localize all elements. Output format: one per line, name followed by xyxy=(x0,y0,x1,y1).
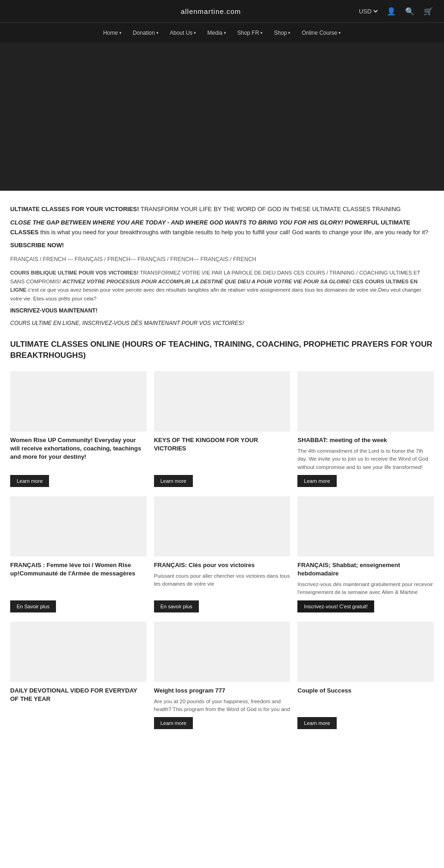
intro-subscribe: SUBSCRIBE NOW! xyxy=(10,241,434,250)
cards-row-1: Women Rise UP Community! Everyday your w… xyxy=(10,371,434,487)
card-image-9 xyxy=(297,622,434,682)
intro-cours-ultime: COURS ULTIME EN LIGNE, INSCRIVEZ-VOUS DÈ… xyxy=(10,319,434,328)
savoir-plus-button-1[interactable]: En Savoir plus xyxy=(10,600,56,612)
chevron-down-icon: ▾ xyxy=(339,31,341,35)
card-image-1 xyxy=(10,371,147,431)
card-femme-leve-toi: FRANÇAIS : Femme lève toi / Women Rise u… xyxy=(10,496,147,612)
card-daily-devotional: DAILY DEVOTIONAL VIDEO FOR EVERYDAY OF T… xyxy=(10,622,147,730)
card-image-5 xyxy=(154,496,290,556)
card-image-6 xyxy=(297,496,434,556)
card-title-3: SHABBAT: meeting of the week xyxy=(297,436,434,444)
card-image-7 xyxy=(10,622,147,682)
intro-fr-bold: ACTIVEZ VOTRE PROCESSUS POUR ACCOMPLIR L… xyxy=(62,279,351,284)
card-image-2 xyxy=(154,371,290,431)
currency-select[interactable]: USD xyxy=(357,7,379,15)
main-nav: Home ▾ Donation ▾ About Us ▾ Media ▾ Sho… xyxy=(0,22,444,43)
card-desc-6: Inscrivez-vous dès maintenant gratuiteme… xyxy=(297,581,434,597)
nav-shop[interactable]: Shop ▾ xyxy=(269,26,295,40)
chevron-down-icon: ▾ xyxy=(224,31,226,35)
learn-more-button-9[interactable]: Learn more xyxy=(297,717,336,729)
cards-row-2: FRANÇAIS : Femme lève toi / Women Rise u… xyxy=(10,496,434,612)
card-keys-kingdom: KEYS OF THE KINGDOM FOR YOUR VICTORIES L… xyxy=(154,371,290,487)
card-couple-success: Couple of Success Learn more xyxy=(297,622,434,730)
intro-block: ULTIMATE CLASSES FOR YOUR VICTORIES! TRA… xyxy=(10,205,434,328)
nav-shop-fr[interactable]: Shop FR ▾ xyxy=(233,26,267,40)
card-desc-5: Puissant cours pour aller chercher vos v… xyxy=(154,572,290,597)
card-title-2: KEYS OF THE KINGDOM FOR YOUR VICTORIES xyxy=(154,436,290,453)
intro-inscrivez: INSCRIVEZ-VOUS MAINTENANT! xyxy=(10,306,434,315)
inscrivez-button[interactable]: Inscrivez-vous! C'est gratuit! xyxy=(297,600,374,612)
learn-more-button-2[interactable]: Learn more xyxy=(154,475,193,487)
nav-home[interactable]: Home ▾ xyxy=(99,26,126,40)
site-title: allenmartine.com xyxy=(65,7,357,15)
top-bar: allenmartine.com USD 👤 🔍 🛒 xyxy=(0,0,444,22)
chevron-down-icon: ▾ xyxy=(288,31,290,35)
intro-en-line1b: TRANSFORM YOUR LIFE BY THE WORD OF GOD I… xyxy=(141,206,401,212)
card-image-3 xyxy=(297,371,434,431)
chevron-down-icon: ▾ xyxy=(156,31,159,35)
card-image-4 xyxy=(10,496,147,556)
intro-fr-label: COURS BIBLIQUE ULTIME POUR VOS VICTOIRES… xyxy=(10,270,139,275)
nav-online-course[interactable]: Online Course ▾ xyxy=(297,26,345,40)
card-title-5: FRANÇAIS: Clés pour vos victoires xyxy=(154,561,290,569)
account-icon[interactable]: 👤 xyxy=(385,6,398,17)
card-title-8: Weight loss program 777 xyxy=(154,687,290,695)
chevron-down-icon: ▾ xyxy=(119,31,122,35)
card-cles-victoires: FRANÇAIS: Clés pour vos victoires Puissa… xyxy=(154,496,290,612)
card-shabbat-fr: FRANÇAIS; Shabbat; enseignement hebdomad… xyxy=(297,496,434,612)
card-title-7: DAILY DEVOTIONAL VIDEO FOR EVERYDAY OF T… xyxy=(10,687,147,703)
learn-more-button-3[interactable]: Learn more xyxy=(297,475,336,487)
intro-lang-line: FRANÇAIS / FRENCH --- FRANÇAIS / FRENCH-… xyxy=(10,255,434,264)
main-content: ULTIMATE CLASSES FOR YOUR VICTORIES! TRA… xyxy=(0,191,444,748)
search-icon[interactable]: 🔍 xyxy=(403,6,416,17)
learn-more-button-1[interactable]: Learn more xyxy=(10,475,49,487)
card-desc-8: Are you at 20 pounds of your happiness, … xyxy=(154,698,290,714)
cart-icon[interactable]: 🛒 xyxy=(422,6,435,17)
card-title-1: Women Rise UP Community! Everyday your w… xyxy=(10,436,147,462)
intro-en-line2c: this is what you need for your breakthro… xyxy=(40,229,428,236)
card-weight-loss: Weight loss program 777 Are you at 20 po… xyxy=(154,622,290,730)
card-title-9: Couple of Success xyxy=(297,687,434,695)
card-women-rise-up: Women Rise UP Community! Everyday your w… xyxy=(10,371,147,487)
nav-donation[interactable]: Donation ▾ xyxy=(128,26,163,40)
card-title-6: FRANÇAIS; Shabbat; enseignement hebdomad… xyxy=(297,561,434,578)
top-right-controls: USD 👤 🔍 🛒 xyxy=(357,6,435,17)
chevron-down-icon: ▾ xyxy=(260,31,263,35)
learn-more-button-8[interactable]: Learn more xyxy=(154,717,193,729)
intro-en-line2: CLOSE THE GAP BETWEEN WHERE YOU ARE TODA… xyxy=(10,219,343,226)
chevron-down-icon: ▾ xyxy=(194,31,196,35)
nav-about-us[interactable]: About Us ▾ xyxy=(165,26,201,40)
intro-fr-line2b: c'est ce que vous avez besoin pour votre… xyxy=(10,287,421,301)
card-shabbat: SHABBAT: meeting of the week The 4th com… xyxy=(297,371,434,487)
savoir-plus-button-2[interactable]: En savoir plus xyxy=(154,600,199,612)
cards-row-3: DAILY DEVOTIONAL VIDEO FOR EVERYDAY OF T… xyxy=(10,622,434,730)
hero-banner xyxy=(0,43,444,191)
intro-en-line1: ULTIMATE CLASSES FOR YOUR VICTORIES! xyxy=(10,206,139,212)
card-image-8 xyxy=(154,622,290,682)
card-desc-3: The 4th commandment of the Lord is to ho… xyxy=(297,447,434,471)
card-title-4: FRANÇAIS : Femme lève toi / Women Rise u… xyxy=(10,561,147,578)
nav-media[interactable]: Media ▾ xyxy=(203,26,231,40)
section-heading: ULTIMATE CLASSES ONLINE (hours of teachi… xyxy=(10,339,434,361)
